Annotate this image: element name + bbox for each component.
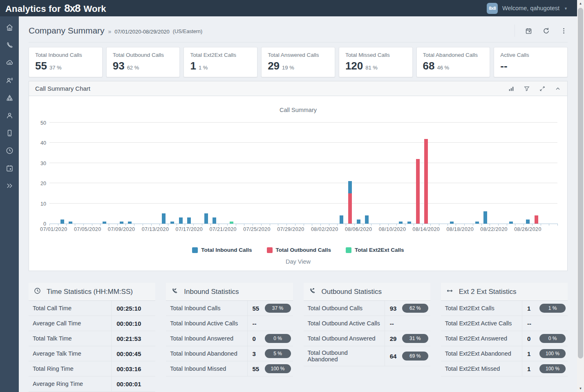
calendar-picker-icon[interactable] bbox=[525, 27, 533, 35]
stat-value-cell: 00:21:53 bbox=[111, 331, 155, 346]
page-actions bbox=[515, 25, 568, 37]
summary-card[interactable]: Total Inbound Calls5537 % bbox=[29, 47, 103, 77]
x-axis-label: 08/26/2020 bbox=[514, 226, 541, 232]
ext2ext-bar[interactable] bbox=[230, 222, 233, 224]
table-row: Total Ext2Ext Missed1100 % bbox=[441, 361, 568, 376]
more-options-icon[interactable] bbox=[560, 27, 568, 35]
stat-label: Total Inbound Abandoned bbox=[166, 346, 247, 361]
outbound-statistics-header: Outbound Statistics bbox=[304, 283, 430, 301]
stat-value: -- bbox=[390, 320, 394, 327]
scroll-down-button[interactable]: ▼ bbox=[577, 385, 584, 392]
inbound-bar[interactable] bbox=[475, 222, 479, 224]
stat-label: Total Ring Time bbox=[29, 361, 111, 376]
sidebar-item-expand-menu[interactable] bbox=[0, 177, 19, 195]
summary-card[interactable]: Total Answered Calls2919 % bbox=[261, 47, 335, 77]
inbound-bar[interactable] bbox=[204, 213, 208, 224]
inbound-bar[interactable] bbox=[213, 217, 216, 224]
sidebar-item-calendar[interactable] bbox=[0, 159, 19, 177]
inbound-bar[interactable] bbox=[120, 222, 123, 224]
ext2ext-statistics-rows: Total Ext2Ext Calls11 %Total Ext2Ext Act… bbox=[441, 301, 568, 376]
scroll-up-button[interactable]: ▲ bbox=[577, 0, 584, 7]
summary-card[interactable]: Active Calls-- bbox=[494, 47, 568, 77]
calendar-icon bbox=[5, 164, 14, 172]
summary-card[interactable]: Total Outbound Calls9362 % bbox=[106, 47, 180, 77]
y-axis-label: 40 bbox=[32, 140, 46, 146]
gridline bbox=[49, 122, 557, 123]
table-row: Total Inbound Active Calls-- bbox=[166, 316, 293, 331]
inbound-bar[interactable] bbox=[357, 220, 360, 224]
outbound-bar[interactable] bbox=[535, 215, 538, 224]
card-label: Total Outbound Calls bbox=[113, 52, 174, 58]
chevron-down-icon[interactable]: ▼ bbox=[564, 6, 568, 11]
card-value: 12081 % bbox=[345, 60, 406, 72]
inbound-bar[interactable] bbox=[365, 215, 369, 224]
inbound-bar[interactable] bbox=[340, 215, 343, 224]
collapse-panel-icon[interactable] bbox=[555, 85, 561, 92]
percent-badge: 100 % bbox=[265, 364, 291, 373]
sidebar-item-phone[interactable] bbox=[0, 36, 19, 54]
inbound-bar[interactable] bbox=[348, 181, 352, 193]
8x8-logo: 8x8 bbox=[63, 2, 81, 14]
inbound-bar[interactable] bbox=[483, 211, 487, 224]
x-axis-label: 07/25/2020 bbox=[243, 226, 271, 232]
user-menu[interactable]: 8x8 Welcome, qahugotest ▼ bbox=[487, 3, 584, 14]
sidebar-item-home[interactable] bbox=[0, 19, 19, 36]
fullscreen-icon[interactable] bbox=[539, 85, 546, 92]
time-statistics-table: Time Statistics (HH:MM:SS) Total Call Ti… bbox=[29, 283, 155, 392]
summary-card[interactable]: Total Abandoned Calls6846 % bbox=[416, 47, 490, 77]
outbound-statistics-table: Outbound Statistics Total Outbound Calls… bbox=[304, 283, 430, 366]
x-axis-label: 08/22/2020 bbox=[480, 226, 508, 232]
outbound-bar[interactable] bbox=[424, 139, 428, 224]
stat-label: Total Outbound Calls bbox=[304, 301, 385, 316]
stat-value-cell: 9362 % bbox=[385, 301, 430, 316]
inbound-bar[interactable] bbox=[170, 222, 174, 224]
percent-badge: 1 % bbox=[539, 304, 566, 313]
sidebar-item-molecule[interactable] bbox=[0, 89, 19, 107]
summary-card[interactable]: Total Missed Calls12081 % bbox=[339, 47, 413, 77]
date-range[interactable]: 07/01/2020-08/29/2020 bbox=[114, 29, 169, 35]
chart-plot-area[interactable]: 01020304050 bbox=[49, 123, 557, 224]
app-title: Analytics for 8x8 Work bbox=[0, 2, 106, 15]
table-row: Total Outbound Abandoned6469 % bbox=[304, 346, 430, 366]
sidebar-item-cloud-stats[interactable] bbox=[0, 54, 19, 72]
outbound-bar[interactable] bbox=[348, 193, 352, 224]
filter-icon[interactable] bbox=[524, 85, 530, 92]
legend-item[interactable]: Total Inbound Calls bbox=[192, 247, 252, 253]
stat-value-cell: 00:00:45 bbox=[111, 346, 155, 361]
x-axis-label: 08/10/2020 bbox=[379, 226, 406, 232]
time-statistics-header: Time Statistics (HH:MM:SS) bbox=[29, 283, 155, 301]
inbound-bar[interactable] bbox=[407, 222, 411, 224]
sidebar-item-person[interactable] bbox=[0, 107, 19, 124]
ext2ext-icon bbox=[446, 287, 454, 296]
inbound-bar[interactable] bbox=[187, 217, 191, 224]
y-axis-label: 0 bbox=[32, 221, 46, 227]
chart-type-icon[interactable] bbox=[508, 85, 515, 92]
inbound-bar[interactable] bbox=[128, 222, 132, 224]
inbound-bar[interactable] bbox=[179, 217, 183, 224]
sidebar-item-mobile[interactable] bbox=[0, 124, 19, 142]
inbound-bar[interactable] bbox=[509, 222, 513, 224]
stat-label: Average Call Time bbox=[29, 316, 111, 331]
inbound-bar[interactable] bbox=[69, 222, 72, 224]
inbound-bar[interactable] bbox=[399, 222, 403, 224]
inbound-bar[interactable] bbox=[103, 222, 106, 224]
card-percent: 81 % bbox=[365, 65, 378, 71]
inbound-bar[interactable] bbox=[450, 222, 454, 224]
sidebar-item-audience[interactable] bbox=[0, 72, 19, 89]
refresh-icon[interactable] bbox=[542, 27, 550, 35]
legend-item[interactable]: Total Ext2Ext Calls bbox=[346, 247, 404, 253]
scrollbar-thumb[interactable] bbox=[578, 8, 583, 358]
outbound-bar[interactable] bbox=[416, 159, 420, 224]
chart-panel-header: Call Summary Chart bbox=[29, 81, 567, 96]
inbound-bar[interactable] bbox=[162, 213, 166, 224]
stat-value: 55 bbox=[253, 305, 260, 312]
legend-item[interactable]: Total Outbound Calls bbox=[267, 247, 331, 253]
chart-panel-actions bbox=[508, 85, 561, 92]
sidebar-item-clock[interactable] bbox=[0, 142, 19, 159]
main-content: Company Summary » 07/01/2020-08/29/2020 … bbox=[19, 16, 577, 392]
table-row: Total Ring Time00:03:16 bbox=[29, 361, 155, 376]
summary-card[interactable]: Total Ext2Ext Calls11 % bbox=[183, 47, 257, 77]
vertical-scrollbar[interactable]: ▲ ▼ bbox=[577, 0, 584, 392]
inbound-bar[interactable] bbox=[60, 220, 64, 224]
inbound-bar[interactable] bbox=[526, 220, 530, 224]
